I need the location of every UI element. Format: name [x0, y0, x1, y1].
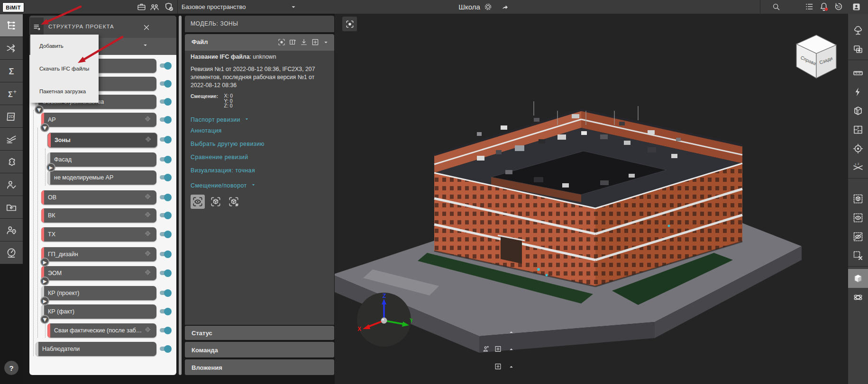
- tree-row[interactable]: ВК: [41, 208, 156, 223]
- plus-square-icon[interactable]: [494, 362, 502, 372]
- navigation-cube[interactable]: Справа Сзади: [782, 32, 846, 82]
- tree-expander-right-icon[interactable]: ▸: [46, 163, 55, 172]
- right-tool-focus-target-icon[interactable]: [848, 139, 868, 158]
- caret-down-icon[interactable]: [290, 4, 297, 10]
- right-tool-axes-grid-icon[interactable]: 12: [848, 158, 868, 177]
- compare-icon[interactable]: [288, 38, 297, 46]
- tree-row[interactable]: Фасад: [47, 152, 156, 167]
- caret-up-icon[interactable]: [508, 329, 514, 337]
- caret-down-icon[interactable]: [251, 182, 256, 189]
- tree-row[interactable]: КР (проект): [41, 286, 156, 300]
- right-tool-hide-eye-icon[interactable]: [848, 227, 868, 246]
- history-icon[interactable]: 10: [833, 1, 844, 12]
- visibility-toggle[interactable]: [160, 81, 170, 86]
- tree-expander-down-icon[interactable]: ▾: [40, 315, 49, 324]
- plus-square-icon[interactable]: [494, 345, 502, 355]
- viewport-focus-button[interactable]: [342, 17, 357, 31]
- tree-expander-down-icon[interactable]: ▾: [40, 123, 49, 132]
- left-tool-shared-folder-icon[interactable]: [0, 196, 23, 219]
- visibility-toggle[interactable]: [160, 157, 170, 161]
- visibility-toggle[interactable]: [160, 137, 170, 142]
- share-icon[interactable]: [501, 2, 510, 11]
- visibility-toggle[interactable]: [160, 213, 170, 217]
- left-tool-sum-icon[interactable]: Σ: [0, 60, 23, 82]
- tree-row[interactable]: АР: [41, 113, 156, 127]
- visibility-toggle[interactable]: [160, 291, 170, 295]
- right-tool-solid-view-cube-icon[interactable]: [848, 269, 868, 288]
- focus-dot-icon[interactable]: [277, 38, 286, 46]
- context-menu-item[interactable]: Скачать IFC файлы: [30, 57, 99, 80]
- right-tool-ruler-icon[interactable]: [848, 63, 868, 82]
- right-tool-isolate-cube-icon[interactable]: [848, 189, 868, 208]
- right-tool-section-cube-icon[interactable]: [848, 101, 868, 120]
- revision-link[interactable]: Сравнение ревизий: [191, 154, 248, 161]
- download-icon[interactable]: [300, 38, 308, 46]
- revision-link[interactable]: Аннотация: [191, 127, 222, 134]
- list-icon[interactable]: [804, 2, 814, 11]
- structure-panel-scrollbar[interactable]: [179, 16, 182, 375]
- shield-history-icon[interactable]: [164, 1, 174, 12]
- visibility-toggle[interactable]: [160, 328, 170, 332]
- left-tool-clash-shuffle-icon[interactable]: [0, 37, 23, 60]
- tree-row[interactable]: ОВ: [41, 190, 156, 205]
- left-tool-dashboard-gauge-icon[interactable]: [0, 241, 23, 264]
- briefcase-icon[interactable]: [137, 2, 146, 12]
- tree-row[interactable]: не моделируемые АР: [47, 170, 156, 185]
- right-tool-selection-copy-icon[interactable]: [848, 40, 868, 59]
- profile-icon[interactable]: [851, 2, 861, 12]
- focus-eye-icon[interactable]: [191, 195, 205, 209]
- context-menu-item[interactable]: Пакетная загрузка: [30, 80, 99, 103]
- workspace-dropdown[interactable]: Базовое пространство: [182, 0, 246, 14]
- caret-up-icon[interactable]: [508, 363, 514, 372]
- visibility-toggle[interactable]: [160, 252, 170, 256]
- visibility-toggle[interactable]: [160, 117, 170, 122]
- context-menu-item[interactable]: Добавить: [30, 35, 99, 57]
- visibility-toggle[interactable]: [160, 195, 170, 199]
- focus-cube-icon[interactable]: [209, 195, 223, 209]
- tree-expander-right-icon[interactable]: ▸: [40, 296, 49, 305]
- help-button[interactable]: ?: [4, 361, 18, 375]
- left-tool-plugins-puzzle-icon[interactable]: [0, 151, 23, 173]
- visibility-toggle[interactable]: [160, 99, 170, 104]
- revision-link[interactable]: Паспорт ревизии: [191, 116, 249, 123]
- revision-link[interactable]: Смещение/поворот: [191, 182, 256, 189]
- visibility-toggle[interactable]: [160, 63, 170, 68]
- structure-panel-menu-button[interactable]: [30, 18, 44, 36]
- visibility-toggle[interactable]: [160, 271, 170, 275]
- panel-section-2[interactable]: Вложения: [185, 359, 334, 375]
- revision-link[interactable]: Выбрать другую ревизию: [191, 141, 265, 147]
- right-tool-show-eye-icon[interactable]: [848, 208, 868, 227]
- tree-row[interactable]: Наблюдатели: [36, 342, 156, 356]
- left-tool-user-approvals-icon[interactable]: [0, 173, 23, 196]
- caret-down-icon[interactable]: [323, 39, 329, 45]
- settings-gear-icon[interactable]: [484, 2, 493, 11]
- revision-link[interactable]: Визуализация: точная: [191, 167, 255, 174]
- visibility-toggle[interactable]: [160, 347, 170, 351]
- left-tool-user-location-icon[interactable]: [0, 219, 23, 241]
- panel-section-0[interactable]: Статус: [185, 326, 334, 340]
- tree-expander-down-icon[interactable]: ▾: [35, 105, 44, 114]
- tree-row[interactable]: Зоны: [47, 133, 157, 148]
- axis-gizmo[interactable]: Z Y X: [356, 291, 412, 348]
- right-tool-orbit-mode-icon[interactable]: [848, 288, 868, 307]
- right-tool-environment-tree-icon[interactable]: [848, 21, 868, 40]
- left-tool-sum-plus-icon[interactable]: Σ+: [0, 82, 23, 105]
- tree-row[interactable]: ТХ: [41, 227, 156, 241]
- left-tool-twod-icon[interactable]: 2D: [0, 105, 23, 128]
- plus-square-icon[interactable]: [311, 38, 320, 46]
- left-tool-charts-icon[interactable]: [0, 128, 23, 151]
- tree-row[interactable]: КР (факт): [41, 304, 156, 319]
- right-tool-flash-render-icon[interactable]: [848, 82, 868, 101]
- caret-up-icon[interactable]: [508, 346, 514, 354]
- tree-row[interactable]: ГП_дизайн: [41, 247, 156, 261]
- panel-section-1[interactable]: Команда: [185, 342, 334, 357]
- tree-expander-right-icon[interactable]: ▸: [40, 258, 49, 267]
- search-icon[interactable]: [771, 2, 781, 11]
- tree-expander-right-icon[interactable]: ▸: [40, 277, 49, 286]
- visibility-toggle[interactable]: [160, 309, 170, 313]
- team-icon[interactable]: [149, 2, 160, 12]
- user-add-icon[interactable]: [482, 345, 490, 355]
- right-tool-floor-plan-icon[interactable]: [848, 120, 868, 139]
- close-icon[interactable]: [142, 23, 151, 32]
- left-tool-project-structure-icon[interactable]: [0, 14, 23, 37]
